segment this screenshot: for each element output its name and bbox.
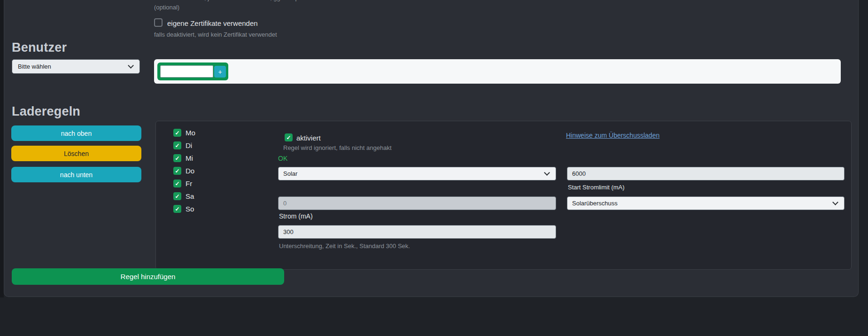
window-edge [0, 0, 4, 297]
aktiviert-checkbox[interactable]: ✓ [285, 133, 293, 141]
clipped-hint-text: Text der Zertifikate, jeweils im PEM For… [154, 0, 347, 1]
ueberschuss-select-value: Solarüberschuss [572, 200, 618, 207]
delete-rule-button[interactable]: Löschen [11, 146, 141, 161]
optional-label: (optional) [154, 4, 179, 11]
weekday-label: Do [186, 167, 194, 175]
weekday-checkbox-di[interactable]: ✓ [173, 141, 181, 149]
rule-mode-select[interactable]: Solar [278, 167, 556, 180]
weekday-checkbox-do[interactable]: ✓ [173, 167, 181, 175]
weekday-row: ✓ Fr [173, 180, 195, 188]
weekday-list: ✓ Mo ✓ Di ✓ Mi ✓ Do ✓ Fr [173, 129, 195, 213]
weekday-row: ✓ Di [173, 141, 195, 149]
weekday-row: ✓ Do [173, 167, 195, 175]
move-down-button[interactable]: nach unten [11, 167, 141, 182]
eigene-zertifikate-checkbox[interactable] [154, 18, 163, 27]
benutzer-select[interactable]: Bitte wählen [12, 59, 140, 74]
start-stromlimit-input[interactable] [567, 167, 845, 180]
rule-mode-select-value: Solar [283, 170, 297, 177]
unterschreitung-hint: Unterschreitung, Zeit in Sek., Standard … [279, 242, 410, 250]
weekday-row: ✓ Mi [173, 154, 195, 162]
weekday-label: So [186, 205, 194, 213]
zertifikate-hint: falls deaktiviert, wird kein Zertifikat … [154, 31, 277, 38]
weekday-row: ✓ Sa [173, 192, 195, 200]
start-stromlimit-label: Start Stromlimit (mA) [568, 184, 625, 191]
strom-label: Strom (mA) [279, 212, 313, 220]
weekday-label: Mi [186, 154, 193, 162]
page-container: Text der Zertifikate, jeweils im PEM For… [4, 0, 859, 297]
aktiviert-label: aktiviert [296, 134, 321, 142]
weekday-checkbox-so[interactable]: ✓ [173, 205, 181, 213]
move-up-button[interactable]: nach oben [11, 125, 141, 141]
weekday-row: ✓ So [173, 205, 195, 213]
weekday-checkbox-mi[interactable]: ✓ [173, 154, 181, 162]
ueberschussladen-link[interactable]: Hinweise zum Überschussladen [566, 132, 659, 139]
add-user-button[interactable]: + [214, 66, 226, 78]
weekday-checkbox-sa[interactable]: ✓ [173, 192, 181, 200]
page: Text der Zertifikate, jeweils im PEM For… [0, 0, 868, 336]
chevron-down-icon [128, 63, 134, 69]
weekday-row: ✓ Mo [173, 129, 195, 137]
weekday-label: Di [186, 141, 192, 149]
weekday-label: Sa [186, 192, 194, 200]
weekday-label: Fr [186, 180, 192, 188]
weekday-label: Mo [186, 129, 195, 137]
laderegeln-title: Laderegeln [12, 104, 80, 119]
weekday-checkbox-fr[interactable]: ✓ [173, 180, 181, 188]
rule-panel: ✓ Mo ✓ Di ✓ Mi ✓ Do ✓ Fr [155, 121, 852, 270]
status-badge: OK [278, 155, 287, 162]
eigene-zertifikate-label: eigene Zertifikate verwenden [167, 19, 258, 27]
chevron-down-icon [544, 170, 550, 176]
ueberschuss-select[interactable]: Solarüberschuss [567, 196, 845, 210]
benutzer-select-value: Bitte wählen [18, 63, 51, 70]
chevron-down-icon [832, 199, 838, 205]
add-user-widget: + [157, 63, 228, 80]
unterschreitung-input[interactable] [278, 225, 556, 239]
user-bar: + [154, 59, 841, 84]
weekday-checkbox-mo[interactable]: ✓ [173, 129, 181, 137]
aktiviert-hint: Regel wird ignoriert, falls nicht angeha… [283, 144, 392, 151]
add-rule-button[interactable]: Regel hinzufügen [12, 268, 284, 285]
new-user-input[interactable] [160, 65, 213, 78]
strom-input[interactable] [278, 196, 556, 210]
benutzer-title: Benutzer [12, 40, 67, 55]
